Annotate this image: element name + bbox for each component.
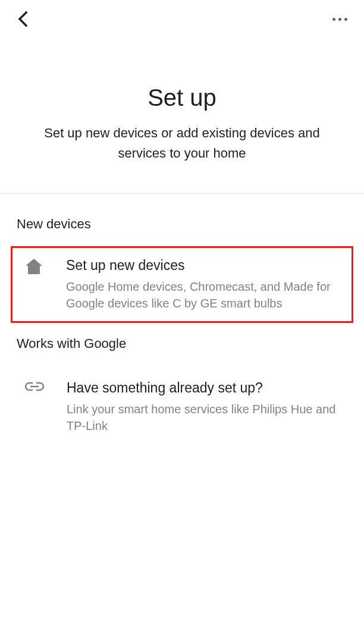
chevron-left-icon (17, 11, 28, 27)
option-description: Link your smart home services like Phili… (67, 401, 338, 434)
option-text: Set up new devices Google Home devices, … (66, 257, 338, 312)
dot-icon (338, 18, 341, 21)
option-text: Have something already set up? Link your… (67, 380, 338, 434)
dot-icon (332, 18, 335, 21)
title-section: Set up Set up new devices or add existin… (0, 34, 364, 193)
dot-icon (344, 18, 347, 21)
page-title: Set up (24, 84, 340, 111)
new-devices-section: New devices Set up new devices Google Ho… (0, 216, 364, 445)
header-bar (0, 0, 364, 34)
section-header-works-with: Works with Google (17, 336, 347, 351)
option-title: Set up new devices (66, 257, 338, 274)
section-header-new-devices: New devices (17, 216, 347, 232)
more-options-button[interactable] (330, 13, 350, 26)
option-description: Google Home devices, Chromecast, and Mad… (66, 278, 338, 312)
link-services-option[interactable]: Have something already set up? Link your… (17, 369, 347, 445)
divider (0, 193, 364, 194)
setup-new-devices-option[interactable]: Set up new devices Google Home devices, … (11, 246, 353, 323)
back-button[interactable] (14, 11, 31, 27)
page-subtitle: Set up new devices or add existing devic… (24, 123, 340, 164)
home-icon (20, 257, 48, 274)
option-title: Have something already set up? (67, 380, 338, 396)
link-icon (20, 380, 49, 392)
